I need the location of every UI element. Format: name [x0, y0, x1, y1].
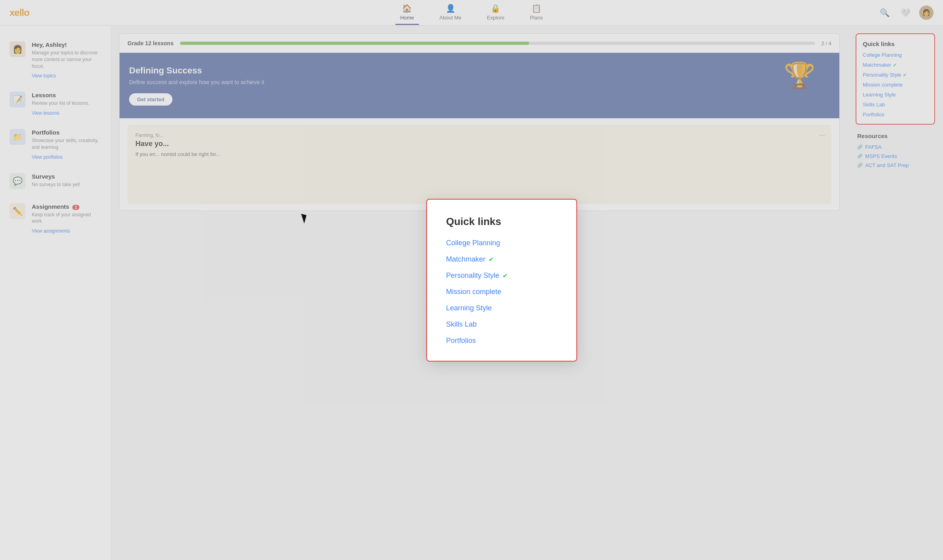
popup-skills-lab[interactable]: Skills Lab: [446, 320, 557, 329]
popup-personality-style[interactable]: Personality Style ✔: [446, 271, 557, 280]
popup-matchmaker[interactable]: Matchmaker ✔: [446, 255, 557, 264]
popup-learning-style[interactable]: Learning Style: [446, 304, 557, 312]
quick-links-popup: Quick links College Planning Matchmaker …: [426, 199, 577, 362]
popup-personality-check: ✔: [502, 272, 508, 279]
popup-college-planning[interactable]: College Planning: [446, 239, 557, 247]
popup-mission-complete[interactable]: Mission complete: [446, 288, 557, 296]
popup-matchmaker-check: ✔: [489, 256, 494, 263]
popup-list: College Planning Matchmaker ✔ Personalit…: [446, 239, 557, 345]
popup-portfolios[interactable]: Portfolios: [446, 337, 557, 345]
popup-title: Quick links: [446, 216, 557, 228]
